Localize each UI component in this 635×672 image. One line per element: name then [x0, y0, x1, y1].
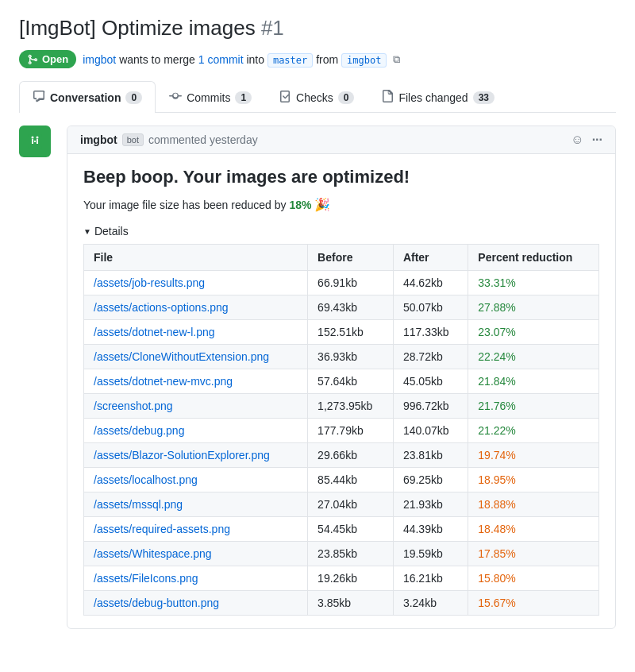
reduction-pct: 18% — [289, 199, 311, 211]
more-options-icon[interactable]: ··· — [592, 133, 602, 147]
table-cell-pct: 15.80% — [468, 566, 599, 591]
file-link[interactable]: /assets/dotnet-new-l.png — [94, 326, 215, 338]
tab-files-changed[interactable]: Files changed 33 — [368, 81, 508, 113]
table-cell-after: 19.59kb — [393, 542, 468, 566]
tab-checks-label: Checks — [296, 91, 333, 104]
file-link[interactable]: /assets/required-assets.png — [94, 523, 230, 535]
table-cell-file: /assets/CloneWithoutExtension.png — [84, 345, 308, 369]
file-link[interactable]: /assets/Whitespace.png — [94, 547, 212, 560]
target-branch[interactable]: master — [267, 53, 313, 68]
table-header-row: File Before After Percent reduction — [84, 245, 599, 271]
tab-conversation-label: Conversation — [50, 91, 121, 104]
table-cell-pct: 17.85% — [468, 542, 599, 566]
table-cell-before: 36.93kb — [308, 345, 394, 369]
table-row: /assets/dotnet-new-mvc.png57.64kb45.05kb… — [84, 369, 599, 394]
details-summary[interactable]: ▼ Details — [83, 225, 599, 238]
table-cell-pct: 21.84% — [468, 369, 599, 394]
file-link[interactable]: /assets/dotnet-new-mvc.png — [94, 375, 233, 388]
commenter-name[interactable]: imgbot — [80, 133, 117, 146]
table-cell-after: 23.81kb — [393, 443, 468, 468]
tab-commits[interactable]: Commits 1 — [156, 81, 265, 113]
table-row: /assets/job-results.png66.91kb44.62kb33.… — [84, 271, 599, 295]
tab-conversation[interactable]: Conversation 0 — [19, 81, 156, 113]
details-arrow: ▼ — [83, 227, 91, 236]
table-cell-before: 19.26kb — [308, 566, 394, 591]
table-row: /assets/debug-button.png3.85kb3.24kb15.6… — [84, 591, 599, 616]
comment-time: commented yesterday — [148, 133, 258, 146]
table-cell-before: 29.66kb — [308, 443, 394, 468]
table-cell-pct: 23.07% — [468, 320, 599, 345]
table-cell-before: 1,273.95kb — [308, 394, 394, 419]
table-row: /assets/FileIcons.png19.26kb16.21kb15.80… — [84, 566, 599, 591]
tab-checks-count: 0 — [338, 91, 355, 104]
file-link[interactable]: /assets/debug.png — [94, 424, 184, 437]
tabs-bar: Conversation 0 Commits 1 Checks 0 — [19, 81, 616, 113]
table-cell-pct: 18.95% — [468, 468, 599, 492]
table-cell-before: 54.45kb — [308, 517, 394, 542]
files-table: File Before After Percent reduction /ass… — [83, 244, 599, 616]
open-label: Open — [42, 53, 68, 65]
emoji-reaction-icon[interactable]: ☺ — [571, 133, 583, 147]
file-link[interactable]: /assets/Blazor-SolutionExplorer.png — [94, 449, 270, 462]
comment-body: Beep boop. Your images are optimized! Yo… — [67, 154, 615, 628]
table-cell-file: /assets/mssql.png — [84, 492, 308, 517]
table-cell-before: 66.91kb — [308, 271, 394, 295]
file-link[interactable]: /assets/FileIcons.png — [94, 572, 198, 585]
table-body: /assets/job-results.png66.91kb44.62kb33.… — [84, 271, 599, 616]
commits-count-link[interactable]: 1 commit — [198, 53, 244, 66]
table-cell-pct: 21.22% — [468, 419, 599, 443]
conversation-icon — [33, 90, 45, 105]
table-cell-pct: 22.24% — [468, 345, 599, 369]
details-label: Details — [94, 225, 129, 238]
col-header-before: Before — [308, 245, 394, 271]
comment-box: imgbot bot commented yesterday ☺ ··· Bee… — [67, 126, 616, 629]
svg-point-2 — [37, 137, 39, 139]
pr-author-link[interactable]: imgbot — [83, 53, 116, 66]
copy-icon[interactable]: ⧉ — [393, 53, 400, 66]
table-cell-file: /assets/dotnet-new-mvc.png — [84, 369, 308, 394]
table-cell-pct: 18.48% — [468, 517, 599, 542]
table-cell-before: 85.44kb — [308, 468, 394, 492]
table-row: /assets/required-assets.png54.45kb44.39k… — [84, 517, 599, 542]
party-emoji: 🎉 — [314, 198, 330, 211]
table-cell-after: 44.62kb — [393, 271, 468, 295]
table-cell-before: 3.85kb — [308, 591, 394, 616]
table-row: /assets/localhost.png85.44kb69.25kb18.95… — [84, 468, 599, 492]
table-cell-after: 28.72kb — [393, 345, 468, 369]
file-link[interactable]: /assets/mssql.png — [94, 498, 183, 511]
source-branch[interactable]: imgbot — [341, 53, 387, 68]
col-header-pct: Percent reduction — [468, 245, 599, 271]
table-cell-file: /assets/Blazor-SolutionExplorer.png — [84, 443, 308, 468]
table-cell-file: /assets/Whitespace.png — [84, 542, 308, 566]
table-cell-after: 44.39kb — [393, 517, 468, 542]
col-header-file: File — [84, 245, 308, 271]
checks-icon — [279, 90, 291, 105]
table-cell-file: /screenshot.png — [84, 394, 308, 419]
tab-files-changed-count: 33 — [473, 91, 495, 104]
comment-header-right: ☺ ··· — [571, 133, 602, 147]
tab-checks[interactable]: Checks 0 — [265, 81, 368, 113]
table-row: /screenshot.png1,273.95kb996.72kb21.76% — [84, 394, 599, 419]
tab-conversation-count: 0 — [125, 91, 142, 104]
file-link[interactable]: /assets/debug-button.png — [94, 597, 219, 609]
table-cell-after: 996.72kb — [393, 394, 468, 419]
table-row: /assets/actions-options.png69.43kb50.07k… — [84, 295, 599, 320]
table-cell-before: 23.85kb — [308, 542, 394, 566]
table-cell-pct: 21.76% — [468, 394, 599, 419]
table-row: /assets/dotnet-new-l.png152.51kb117.33kb… — [84, 320, 599, 345]
table-cell-pct: 33.31% — [468, 271, 599, 295]
comment-header-left: imgbot bot commented yesterday — [80, 133, 258, 146]
file-link[interactable]: /screenshot.png — [94, 400, 173, 412]
file-link[interactable]: /assets/job-results.png — [94, 276, 205, 289]
table-row: /assets/debug.png177.79kb140.07kb21.22% — [84, 419, 599, 443]
file-link[interactable]: /assets/localhost.png — [94, 473, 198, 486]
pr-meta-text: imgbot wants to merge 1 commit into mast… — [83, 53, 387, 66]
file-link[interactable]: /assets/CloneWithoutExtension.png — [94, 350, 269, 363]
table-cell-after: 50.07kb — [393, 295, 468, 320]
pr-title: [ImgBot] Optimize images #1 — [19, 16, 616, 41]
bot-label: bot — [122, 133, 144, 146]
svg-point-1 — [32, 137, 34, 139]
table-cell-file: /assets/debug.png — [84, 419, 308, 443]
table-cell-after: 16.21kb — [393, 566, 468, 591]
file-link[interactable]: /assets/actions-options.png — [94, 301, 229, 314]
